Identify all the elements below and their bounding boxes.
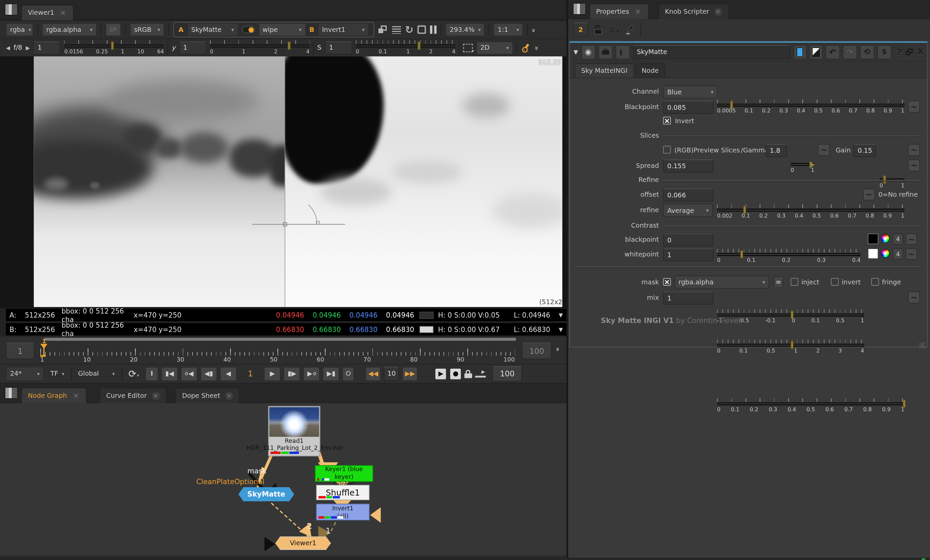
b-input-select[interactable]: Invert1▾ [318, 23, 369, 36]
contrast-blackpoint-input[interactable]: 0 [663, 234, 714, 247]
mix-input[interactable]: 1 [663, 292, 714, 305]
tab-viewer1[interactable]: Viewer1 × [22, 5, 74, 20]
view-mode-select[interactable]: 2D▾ [476, 41, 513, 54]
gamma-input[interactable]: 1 [179, 41, 206, 54]
offset-slider[interactable]: 00.10.20.30.4 [717, 249, 861, 264]
clear-panels-icon[interactable]: ≡x [608, 25, 619, 34]
frame-increment-box[interactable]: 10 [384, 367, 399, 381]
spread-slider[interactable]: 0.0020.10.20.30.40.50.60.70.80.91 [717, 204, 904, 220]
input-process-button[interactable]: IP [106, 23, 121, 36]
viewer-colorspace-select[interactable]: sRGB▾ [130, 23, 164, 36]
curve-icon[interactable]: ~ [908, 160, 920, 171]
color-wheel-icon[interactable] [881, 249, 889, 258]
float-panel-icon[interactable] [906, 48, 913, 55]
loop-mode-icon[interactable]: ⟳▾ [128, 368, 139, 379]
current-frame-box[interactable]: 1 [6, 342, 35, 359]
next-keyframe-button[interactable]: ▶ [303, 367, 320, 381]
fringe-checkbox[interactable]: × [871, 278, 879, 286]
tab-properties[interactable]: Properties× [590, 4, 649, 19]
zoom-select[interactable]: 293.4%▾ [445, 23, 485, 36]
step-forward-button[interactable]: ▶▶ [402, 367, 417, 381]
node-invert1[interactable]: Invert1 (all) [316, 504, 370, 520]
pane-menu-button[interactable] [5, 4, 18, 15]
tab-node[interactable]: Node [635, 63, 665, 78]
max-panels-box[interactable]: 2 [573, 23, 588, 37]
panel-resize-grip[interactable] [919, 342, 925, 348]
inject-checkbox[interactable]: × [791, 278, 798, 286]
new-viewer-icon[interactable] [378, 26, 388, 34]
curve-icon[interactable]: ~ [908, 292, 920, 304]
node-viewer1[interactable]: Viewer1 [275, 537, 331, 550]
channel-count-button[interactable]: 4 [893, 234, 904, 245]
close-icon[interactable]: × [72, 391, 80, 400]
node-shuffle1[interactable]: Shuffle1 [316, 485, 370, 500]
tab-dope-sheet[interactable]: Dope Sheet× [176, 388, 240, 403]
exposure-input[interactable]: 1 [34, 41, 61, 54]
gamma-mini-slider[interactable]: 01 [791, 159, 815, 174]
blackpoint-slider[interactable]: 0.00050.10.20.30.40.50.60.70.80.91 [717, 100, 904, 115]
frame-range-icon[interactable]: ▶ [476, 370, 486, 377]
monitor-output-button[interactable] [598, 44, 613, 59]
close-icon[interactable]: × [151, 391, 160, 400]
tab-node-graph[interactable]: Node Graph× [22, 388, 87, 403]
timeline-scrollbar[interactable] [45, 338, 516, 341]
curve-icon[interactable]: ~ [908, 144, 920, 156]
display-channel-select[interactable]: rgba.alpha▾ [42, 23, 96, 36]
tab-curve-editor[interactable]: Curve Editor× [100, 388, 167, 403]
frame-viewer-icon[interactable] [417, 26, 426, 34]
mask-checkbox[interactable]: × [663, 278, 671, 286]
center-node-button[interactable]: ◉ [581, 44, 595, 59]
play-backward-button[interactable]: ◀ [220, 367, 237, 381]
channel-count-button[interactable]: 4 [893, 249, 904, 260]
revert-button[interactable]: ⟲ [860, 44, 874, 59]
close-panel-button[interactable]: X [918, 48, 924, 56]
a-input-select[interactable]: SkyMatte▾ [187, 23, 238, 36]
blackpoint-color-swatch[interactable] [868, 234, 879, 244]
more-tools-chevron-icon[interactable]: » [533, 46, 540, 49]
gain-mini-slider[interactable]: 01 [879, 174, 904, 190]
tab-knob-scripter[interactable]: Knob Scripter× [658, 4, 728, 19]
proxy-select[interactable]: 1:1▾ [494, 23, 523, 36]
playhead[interactable]: 1 [39, 338, 49, 359]
saturation-slider[interactable]: 00.1124 [356, 40, 456, 55]
exposure-slider[interactable]: 0.01560.2511064 [64, 40, 164, 55]
redo-button[interactable]: ↷ [843, 44, 857, 59]
layer-select[interactable]: rgba▾ [6, 23, 33, 36]
contrast-whitepoint-input[interactable]: 1 [663, 249, 714, 262]
script-button[interactable]: S [877, 44, 892, 59]
out-point-button[interactable]: O [342, 367, 354, 381]
help-button[interactable]: ? [897, 47, 901, 57]
node-color-button[interactable] [794, 44, 807, 59]
close-icon[interactable]: × [225, 391, 233, 400]
refresh-icon[interactable]: ↻ [405, 25, 414, 35]
color-wheel-icon[interactable] [881, 234, 889, 243]
frame-ruler[interactable] [40, 344, 515, 356]
chevron-down-icon[interactable]: ▼ [559, 326, 563, 332]
invert-checkbox[interactable]: × [663, 117, 671, 124]
curve-icon[interactable]: ~ [906, 234, 917, 245]
fps-select[interactable]: 24*▾ [6, 367, 44, 381]
node-skymatte[interactable]: SkyMatte [239, 487, 294, 501]
tab-skymatte-ingi[interactable]: Sky MatteINGI [575, 63, 634, 78]
curve-icon[interactable]: ~ [906, 249, 917, 260]
edit-icon[interactable] [625, 25, 635, 34]
saturation-input[interactable]: 1 [325, 41, 352, 54]
collapse-triangle-icon[interactable]: ▼ [574, 49, 578, 55]
in-point-button[interactable]: I [145, 367, 158, 381]
wipe-mode-select[interactable]: wipe▾ [259, 23, 306, 36]
gamma-slider[interactable]: 0124 [210, 40, 310, 55]
preview-slices-checkbox[interactable]: × [663, 146, 671, 153]
node-read1[interactable]: Read1 HDR_111_Parking_Lot_2_Env.hdr [268, 406, 320, 456]
whitepoint-color-swatch[interactable] [868, 249, 879, 259]
stack-layers-icon[interactable] [392, 26, 401, 34]
tf-select[interactable]: TF▾ [47, 367, 68, 380]
blackpoint-input[interactable]: 0.085 [663, 101, 714, 114]
color-sample-icon[interactable]: i [521, 42, 531, 53]
pane-menu-button[interactable] [573, 3, 586, 15]
lock-panels-icon[interactable] [594, 25, 603, 34]
wipe-toggle[interactable] [242, 26, 255, 33]
close-icon[interactable]: × [714, 8, 722, 16]
prev-keyframe-button[interactable]: ◀ [181, 367, 197, 381]
spread-input[interactable]: 0.155 [663, 160, 714, 173]
range-end-box[interactable]: 100 [522, 342, 551, 359]
